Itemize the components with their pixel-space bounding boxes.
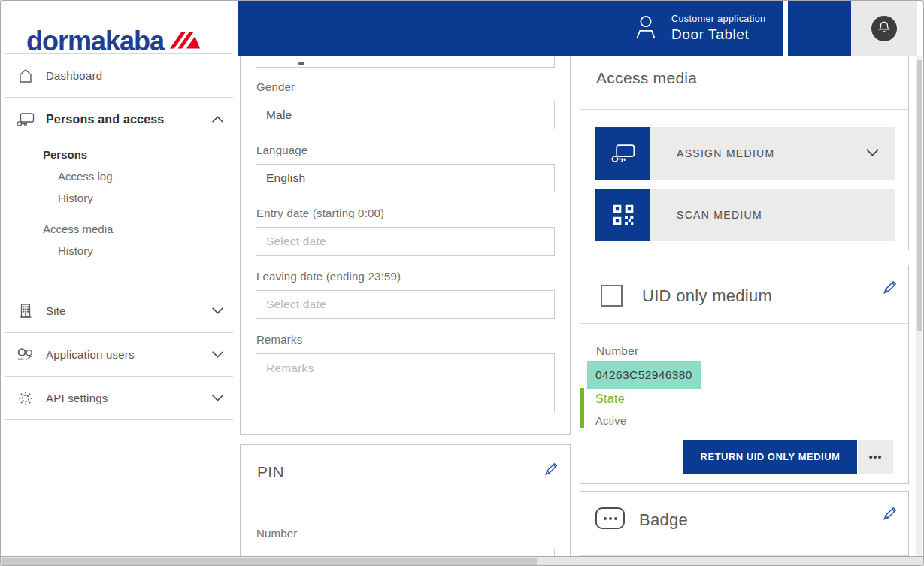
assign-medium-button[interactable]: ASSIGN MEDIUM	[595, 127, 895, 180]
uid-medium-checkbox[interactable]	[601, 285, 623, 307]
badge-card: Badge	[580, 491, 909, 566]
uid-only-medium-card: UID only medium Number 04263C52946380 St…	[580, 265, 909, 484]
sidebar-item-label: API settings	[46, 392, 211, 404]
topbar-gap	[783, 1, 788, 56]
dormakaba-logo[interactable]: dormakaba	[1, 1, 238, 53]
person-details-card: Gender Language Entry date (starting 0:0…	[240, 43, 571, 435]
horizontal-scrollbar[interactable]	[1, 556, 924, 565]
users-icon	[16, 347, 35, 363]
sidebar-item-label: Site	[46, 304, 211, 317]
state-value: Active	[595, 415, 626, 427]
access-media-card: Access media ASSIGN MEDIUM	[580, 44, 909, 250]
building-icon	[16, 302, 35, 320]
sidebar: dormakaba Dashboard	[1, 1, 238, 566]
pin-title: PIN	[257, 463, 284, 481]
edit-uid-medium-button[interactable]	[880, 279, 899, 298]
chevron-down-icon	[211, 348, 224, 362]
pin-number-label: Number	[256, 527, 298, 540]
notification-bell-button[interactable]	[871, 16, 897, 41]
assign-medium-label: ASSIGN MEDIUM	[677, 147, 865, 159]
sidebar-item-label: Persons and access	[46, 113, 211, 126]
gender-field[interactable]	[256, 101, 555, 129]
more-actions-button[interactable]: •••	[858, 440, 893, 474]
chevron-down-icon	[211, 392, 224, 405]
sidebar-item-dashboard[interactable]: Dashboard	[1, 54, 238, 97]
sidebar-item-site[interactable]: Site	[1, 289, 238, 332]
gender-label: Gender	[256, 80, 295, 93]
notification-area	[851, 1, 917, 56]
sidebar-item-label: Application users	[46, 348, 211, 361]
vertical-scrollbar-thumb[interactable]	[917, 60, 922, 331]
app-name: Door Tablet	[671, 26, 765, 43]
uid-number-link[interactable]: 04263C52946380	[595, 368, 692, 382]
edit-pin-button[interactable]	[541, 460, 561, 480]
remarks-field[interactable]	[256, 353, 555, 413]
card-key-icon	[16, 111, 35, 128]
leaving-date-label: Leaving date (ending 23:59)	[256, 270, 401, 283]
badge-icon	[595, 507, 625, 529]
sidebar-item-api-settings[interactable]: API settings	[1, 377, 238, 419]
bell-icon	[876, 19, 892, 38]
horizontal-scrollbar-thumb[interactable]	[2, 558, 537, 565]
home-icon	[16, 67, 35, 85]
language-field[interactable]	[256, 164, 555, 192]
return-uid-medium-button[interactable]: RETURN UID ONLY MEDIUM	[683, 440, 857, 474]
state-indicator-bar	[580, 388, 584, 428]
uid-medium-title: UID only medium	[642, 286, 772, 306]
sidebar-item-label: Dashboard	[46, 69, 224, 82]
vertical-scrollbar[interactable]	[916, 56, 922, 558]
qr-code-icon	[595, 189, 650, 241]
logo-text: dormakaba	[26, 29, 164, 53]
person-icon	[634, 14, 658, 44]
logo-mark-icon	[168, 26, 201, 53]
entry-date-label: Entry date (starting 0:00)	[256, 207, 384, 219]
chevron-up-icon	[211, 113, 224, 126]
sidebar-item-history[interactable]: History	[1, 187, 238, 209]
language-label: Language	[256, 144, 307, 156]
sidebar-submenu: Persons Access log History Access media …	[1, 141, 238, 272]
topbar: Customer application Door Tablet	[238, 1, 783, 56]
scan-medium-label: SCAN MEDIUM	[677, 209, 895, 221]
pin-card: PIN Number	[240, 444, 571, 566]
uid-number-label: Number	[596, 344, 638, 358]
state-label: State	[595, 392, 625, 406]
sidebar-item-persons-and-access[interactable]: Persons and access	[1, 98, 238, 141]
edit-badge-button[interactable]	[880, 505, 899, 525]
gear-icon	[16, 389, 35, 407]
sidebar-item-access-log[interactable]: Access log	[1, 165, 238, 187]
badge-title: Badge	[639, 510, 688, 530]
access-media-title: Access media	[596, 69, 697, 87]
app-titles: Customer application Door Tablet	[671, 14, 765, 43]
topbar-secondary-block[interactable]	[788, 1, 851, 56]
sidebar-item-access-media[interactable]: Access media	[1, 218, 238, 240]
sidebar-item-persons[interactable]: Persons	[1, 144, 238, 165]
app-label: Customer application	[671, 14, 765, 24]
leaving-date-field[interactable]	[256, 290, 555, 319]
app-window: dormakaba Dashboard	[0, 0, 924, 566]
sidebar-item-history-2[interactable]: History	[1, 240, 238, 262]
ellipsis-icon: •••	[869, 451, 883, 463]
card-key-icon	[595, 127, 650, 180]
chevron-down-icon	[865, 147, 880, 160]
remarks-label: Remarks	[256, 333, 302, 346]
scan-medium-button[interactable]: SCAN MEDIUM	[595, 189, 895, 241]
chevron-down-icon	[211, 304, 224, 318]
sidebar-item-application-users[interactable]: Application users	[1, 333, 238, 376]
app-switcher[interactable]: Customer application Door Tablet	[634, 14, 765, 44]
entry-date-field[interactable]	[256, 227, 555, 256]
